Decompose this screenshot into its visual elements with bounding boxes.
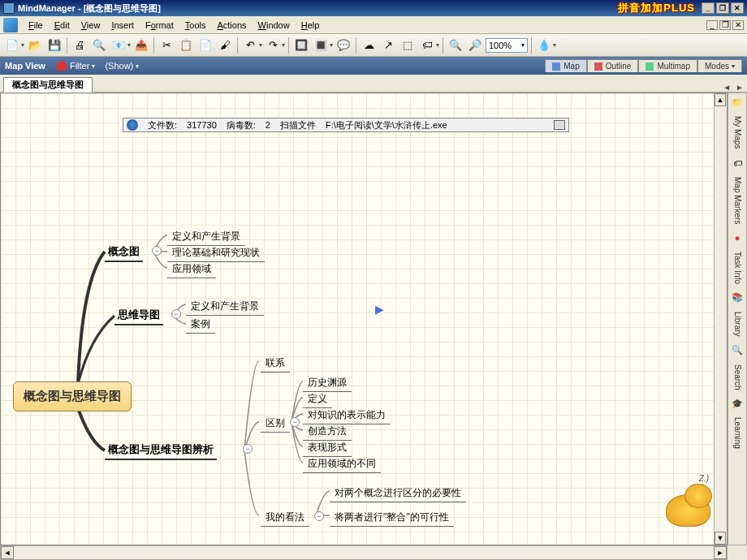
menu-actions[interactable]: Actions	[211, 19, 252, 32]
mdi-minimize[interactable]: _	[706, 20, 718, 30]
learning-icon[interactable]: 🎓	[732, 398, 743, 409]
play-marker-icon[interactable]: ▶	[375, 303, 384, 316]
zoom-in-button[interactable]: 🔎	[466, 37, 484, 54]
node-analysis[interactable]: 概念图与思维导图辨析	[105, 441, 217, 460]
cloud-button[interactable]: ☁	[360, 37, 378, 54]
node-n3c1[interactable]: 对两个概念进行区分的必要性	[330, 485, 466, 502]
node-n2b[interactable]: 案例	[186, 316, 215, 334]
show-button[interactable]: (Show)▾	[105, 61, 139, 71]
tab-modes[interactable]: Modes▾	[697, 59, 742, 72]
side-mymaps[interactable]: My Maps	[732, 111, 744, 154]
open-button[interactable]: 📂	[26, 37, 44, 54]
dropdown-icon[interactable]: ▾	[259, 41, 262, 49]
scroll-track[interactable]	[715, 106, 727, 532]
redo-button[interactable]: ↷	[264, 37, 282, 54]
undo-button[interactable]: ↶	[241, 37, 259, 54]
side-markers[interactable]: Map Markers	[732, 172, 744, 229]
scroll-left[interactable]: ◄	[1, 546, 14, 559]
dropdown-icon[interactable]: ▾	[553, 41, 556, 49]
expand-toggle[interactable]: −	[290, 417, 300, 427]
mdi-close[interactable]: ✕	[732, 20, 744, 30]
node-n3b5[interactable]: 表现形式	[303, 439, 352, 457]
dropdown-icon[interactable]: ▾	[127, 41, 131, 49]
node-n3b3[interactable]: 对知识的表示能力	[303, 407, 391, 424]
expand-toggle[interactable]: −	[314, 511, 324, 521]
zoom-select[interactable]: 100%▾	[486, 38, 528, 53]
filter-button[interactable]: Filter▾	[57, 61, 95, 71]
new-button[interactable]: 📄	[3, 37, 21, 54]
tab-next[interactable]: ►	[736, 83, 744, 92]
vertical-scrollbar[interactable]: ▲ ▼	[714, 93, 727, 545]
minimize-button[interactable]: _	[702, 2, 715, 14]
fit-button[interactable]: 💧	[535, 37, 553, 54]
save-button[interactable]: 💾	[45, 37, 63, 54]
node-n3b2[interactable]: 定义	[303, 390, 332, 408]
menu-view[interactable]: View	[76, 19, 106, 32]
boundary-button[interactable]: ⬚	[399, 37, 417, 54]
menu-help[interactable]: Help	[296, 19, 326, 32]
menu-insert[interactable]: Insert	[106, 19, 140, 32]
node-n3b1[interactable]: 历史渊源	[303, 374, 352, 392]
doc-tab[interactable]: 概念图与思维导图	[3, 77, 93, 93]
marker-button[interactable]: 🏷	[418, 37, 436, 54]
search-icon[interactable]: 🔍	[732, 345, 743, 356]
side-search[interactable]: Search	[732, 360, 744, 395]
format-painter-button[interactable]: 🖌	[216, 37, 234, 54]
scroll-up[interactable]: ▲	[715, 93, 726, 106]
menu-edit[interactable]: Edit	[49, 19, 76, 32]
library-icon[interactable]: 📚	[732, 292, 743, 304]
menu-window[interactable]: Window	[253, 19, 296, 32]
side-taskinfo[interactable]: Task Info	[732, 247, 744, 289]
send-button[interactable]: 📧	[110, 37, 127, 54]
markers-icon[interactable]: 🏷	[732, 157, 743, 169]
node-n3c2[interactable]: 将两者进行"整合"的可行性	[330, 509, 454, 527]
scroll-down[interactable]: ▼	[715, 532, 726, 545]
node-n1c[interactable]: 应用领域	[167, 261, 216, 278]
menu-file[interactable]: File	[23, 19, 49, 32]
paste-button[interactable]: 📄	[196, 37, 214, 54]
scroll-track[interactable]	[14, 546, 714, 559]
restore-button[interactable]: ❐	[716, 2, 729, 14]
side-learning[interactable]: Learning	[732, 412, 744, 454]
tab-outline[interactable]: Outline	[587, 59, 639, 72]
tab-map[interactable]: Map	[545, 59, 586, 72]
copy-button[interactable]: 📋	[177, 37, 195, 54]
preview-button[interactable]: 🔍	[90, 37, 108, 54]
node-n1a[interactable]: 定义和产生背景	[167, 228, 245, 246]
root-node[interactable]: 概念图与思维导图	[13, 381, 132, 411]
print-button[interactable]: 🖨	[71, 37, 89, 54]
cut-button[interactable]: ✂	[158, 37, 175, 54]
dropdown-icon[interactable]: ▾	[330, 41, 333, 49]
callout-button[interactable]: 💬	[335, 37, 352, 54]
dropdown-icon[interactable]: ▾	[436, 41, 439, 49]
side-library[interactable]: Library	[732, 307, 744, 342]
mdi-restore[interactable]: ❐	[719, 20, 731, 30]
tab-multimap[interactable]: Multimap	[638, 59, 697, 72]
lion-mascot[interactable]: Z.)	[654, 482, 710, 527]
zoom-out-button[interactable]: 🔍	[447, 37, 464, 54]
map-canvas[interactable]: 文件数: 317730 病毒数: 2 扫描文件 F:\电子阅读\文学\水浒传上.…	[0, 93, 728, 545]
close-button[interactable]: ✕	[731, 2, 744, 14]
expand-toggle[interactable]: −	[243, 444, 253, 454]
topic-button[interactable]: 🔲	[292, 37, 310, 54]
doc-icon[interactable]	[3, 18, 18, 32]
horizontal-scrollbar[interactable]: ◄ ►	[0, 545, 728, 560]
export-button[interactable]: 📤	[132, 37, 150, 54]
node-n3b6[interactable]: 应用领域的不同	[303, 455, 381, 473]
node-concept-map[interactable]: 概念图	[105, 243, 143, 262]
menu-format[interactable]: Format	[140, 19, 179, 32]
dropdown-icon[interactable]: ▾	[21, 41, 24, 49]
menu-tools[interactable]: Tools	[179, 19, 212, 32]
node-n2a[interactable]: 定义和产生背景	[186, 298, 264, 316]
node-n3b4[interactable]: 创造方法	[303, 423, 352, 441]
node-n1b[interactable]: 理论基础和研究现状	[167, 244, 265, 262]
node-n3b[interactable]: 区别	[261, 415, 290, 433]
dropdown-icon[interactable]: ▾	[282, 41, 285, 49]
expand-toggle[interactable]: −	[171, 309, 181, 319]
relationship-button[interactable]: ↗	[379, 37, 397, 54]
node-n3c[interactable]: 我的看法	[261, 509, 309, 527]
taskinfo-icon[interactable]: ●	[732, 232, 743, 243]
expand-toggle[interactable]: −	[152, 246, 162, 256]
node-n3a[interactable]: 联系	[261, 355, 290, 373]
scroll-right[interactable]: ►	[714, 546, 727, 559]
